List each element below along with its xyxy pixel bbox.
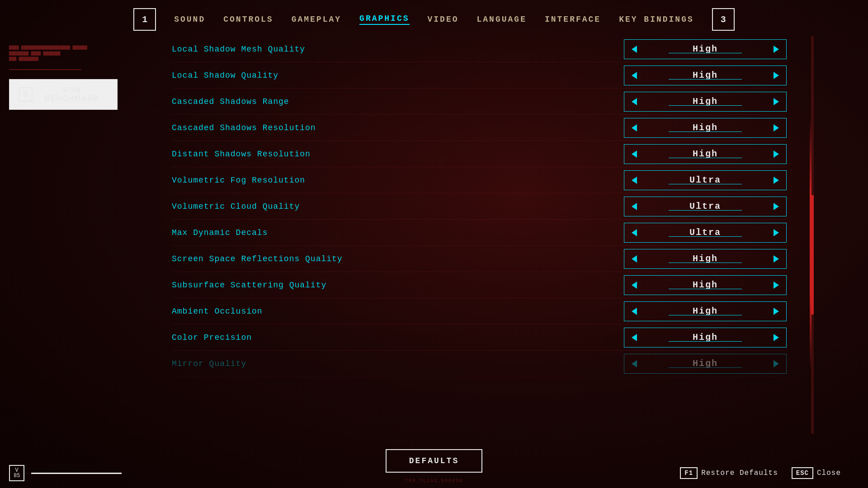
- setting-label: Volumetric Fog Resolution: [172, 176, 305, 185]
- f1-key: F1: [680, 467, 698, 479]
- version-bar: [31, 473, 122, 474]
- setting-control: Ultra: [624, 170, 787, 190]
- setting-value: High: [644, 358, 766, 369]
- arrow-left-icon[interactable]: [624, 223, 644, 242]
- setting-row: Cascaded Shadows RangeHigh: [172, 89, 787, 115]
- nav-item-controls[interactable]: CONTROLS: [223, 15, 273, 24]
- arrow-left-icon[interactable]: [624, 354, 644, 373]
- nav-bracket-left: 1: [133, 8, 156, 31]
- setting-value: High: [644, 44, 766, 54]
- setting-label: Cascaded Shadows Range: [172, 97, 289, 106]
- setting-value: High: [644, 332, 766, 343]
- left-sidebar: ████ ████████████████████ ██████ ███████…: [0, 36, 163, 119]
- setting-control: High: [624, 275, 787, 295]
- setting-row: Max Dynamic DecalsUltra: [172, 220, 787, 246]
- setting-label: Mirror Quality: [172, 359, 246, 368]
- setting-control: High: [624, 354, 787, 374]
- restore-defaults-action[interactable]: F1 Restore Defaults: [680, 467, 778, 479]
- setting-control: Ultra: [624, 197, 787, 216]
- right-decoration-bar: [810, 117, 811, 371]
- close-action[interactable]: ESC Close: [792, 467, 841, 479]
- arrow-left-icon[interactable]: [624, 66, 644, 85]
- nav-items: SOUNDCONTROLSGAMEPLAYGRAPHICSVIDEOLANGUA…: [174, 14, 694, 25]
- setting-value: High: [644, 280, 766, 290]
- nav-bracket-right: 3: [712, 8, 735, 31]
- arrow-left-icon[interactable]: [624, 171, 644, 190]
- setting-label: Local Shadow Quality: [172, 71, 278, 80]
- arrow-right-icon[interactable]: [766, 92, 786, 111]
- setting-label: Subsurface Scattering Quality: [172, 281, 326, 290]
- setting-control: High: [624, 118, 787, 138]
- nav-item-gameplay[interactable]: GAMEPLAY: [292, 15, 341, 24]
- version-number: 85: [14, 473, 20, 479]
- top-nav: 1 SOUNDCONTROLSGAMEPLAYGRAPHICSVIDEOLANG…: [0, 0, 868, 35]
- arrow-right-icon[interactable]: [766, 223, 786, 242]
- setting-label: Max Dynamic Decals: [172, 228, 268, 237]
- arrow-left-icon[interactable]: [624, 92, 644, 111]
- setting-value: High: [644, 122, 766, 133]
- setting-control: Ultra: [624, 223, 787, 243]
- setting-row: Ambient OcclusionHigh: [172, 298, 787, 324]
- arrow-left-icon[interactable]: [624, 118, 644, 137]
- version-badge: V 85: [9, 465, 24, 481]
- nav-item-language[interactable]: LANGUAGE: [477, 15, 527, 24]
- setting-label: Color Precision: [172, 333, 252, 342]
- setting-control: High: [624, 328, 787, 347]
- setting-control: High: [624, 144, 787, 164]
- setting-value: High: [644, 253, 766, 264]
- arrow-right-icon[interactable]: [766, 328, 786, 347]
- arrow-right-icon[interactable]: [766, 276, 786, 295]
- setting-label: Local Shadow Mesh Quality: [172, 45, 305, 54]
- nav-item-key-bindings[interactable]: KEY BINDINGS: [619, 15, 694, 24]
- arrow-left-icon[interactable]: [624, 328, 644, 347]
- arrow-left-icon[interactable]: [624, 197, 644, 216]
- setting-row: Local Shadow Mesh QualityHigh: [172, 36, 787, 62]
- nav-item-sound[interactable]: SOUND: [174, 15, 205, 24]
- run-benchmark-button[interactable]: B RUN BENCHMARK: [9, 79, 118, 110]
- arrow-left-icon[interactable]: [624, 145, 644, 164]
- setting-row: Volumetric Cloud QualityUltra: [172, 193, 787, 220]
- setting-control: High: [624, 301, 787, 321]
- setting-value: Ultra: [644, 227, 766, 238]
- arrow-left-icon[interactable]: [624, 249, 644, 268]
- arrow-left-icon[interactable]: [624, 276, 644, 295]
- esc-key: ESC: [792, 467, 813, 479]
- arrow-right-icon[interactable]: [766, 249, 786, 268]
- nav-item-video[interactable]: VIDEO: [428, 15, 459, 24]
- sidebar-info-text: ████ ████████████████████ ██████ ███████…: [9, 45, 154, 62]
- bottom-actions: F1 Restore Defaults ESC Close: [680, 467, 841, 479]
- setting-control: High: [624, 39, 787, 59]
- arrow-right-icon[interactable]: [766, 302, 786, 321]
- setting-control: High: [624, 66, 787, 85]
- arrow-left-icon[interactable]: [624, 40, 644, 59]
- arrow-right-icon[interactable]: [766, 171, 786, 190]
- version-info: V 85: [9, 465, 122, 481]
- arrow-right-icon[interactable]: [766, 145, 786, 164]
- benchmark-label: RUN BENCHMARK: [37, 86, 108, 103]
- setting-control: High: [624, 249, 787, 269]
- setting-row: Color PrecisionHigh: [172, 324, 787, 351]
- arrow-right-icon[interactable]: [766, 354, 786, 373]
- setting-value: Ultra: [644, 175, 766, 185]
- close-label: Close: [817, 469, 841, 477]
- arrow-right-icon[interactable]: [766, 40, 786, 59]
- setting-label: Volumetric Cloud Quality: [172, 202, 300, 211]
- setting-row: Local Shadow QualityHigh: [172, 62, 787, 89]
- setting-control: High: [624, 92, 787, 112]
- arrow-right-icon[interactable]: [766, 66, 786, 85]
- arrow-right-icon[interactable]: [766, 118, 786, 137]
- setting-row: Mirror QualityHigh: [172, 351, 787, 377]
- setting-value: High: [644, 96, 766, 107]
- defaults-button[interactable]: DEFAULTS: [386, 449, 482, 473]
- setting-label: Cascaded Shadows Resolution: [172, 123, 316, 132]
- arrow-right-icon[interactable]: [766, 197, 786, 216]
- setting-row: Volumetric Fog ResolutionUltra: [172, 167, 787, 193]
- nav-item-graphics[interactable]: GRAPHICS: [359, 14, 409, 25]
- setting-row: Subsurface Scattering QualityHigh: [172, 272, 787, 298]
- arrow-left-icon[interactable]: [624, 302, 644, 321]
- setting-value: Ultra: [644, 201, 766, 211]
- restore-defaults-label: Restore Defaults: [701, 469, 778, 477]
- settings-list: Local Shadow Mesh QualityHighLocal Shado…: [163, 36, 796, 377]
- nav-item-interface[interactable]: INTERFACE: [545, 15, 601, 24]
- setting-value: High: [644, 306, 766, 316]
